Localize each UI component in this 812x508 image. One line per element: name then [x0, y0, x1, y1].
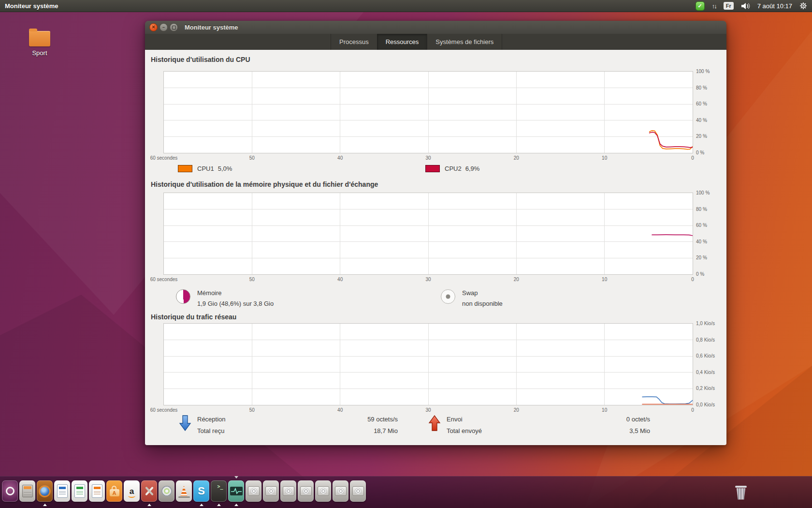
- dock-drive-7-icon[interactable]: [350, 480, 366, 502]
- axis-tick-label: 60 secondes: [150, 155, 178, 161]
- dock-drive-4-icon[interactable]: [298, 480, 314, 502]
- dock-drive-2-icon[interactable]: [263, 480, 279, 502]
- skype-status-icon[interactable]: ✓: [696, 1, 705, 11]
- memory-label: Mémoire: [197, 288, 274, 299]
- axis-tick-label: 0,2 Kio/s: [696, 386, 715, 391]
- network-indicator-icon[interactable]: ↑↓: [712, 2, 716, 10]
- trash-body: [736, 488, 746, 500]
- dock-items: AaS>_: [2, 480, 366, 502]
- volume-icon[interactable]: [741, 2, 750, 10]
- axis-tick-label: 10: [602, 277, 607, 282]
- maximize-button[interactable]: [170, 23, 178, 31]
- dock-system-settings-icon[interactable]: [141, 480, 157, 502]
- axis-tick-label: 20 %: [696, 134, 707, 139]
- skype-s-icon: S: [198, 485, 205, 497]
- tab-ressources[interactable]: Ressources: [377, 34, 427, 50]
- calc-document-icon: [74, 484, 85, 498]
- dock-drive-3-icon[interactable]: [280, 480, 296, 502]
- dock-files-icon[interactable]: [19, 480, 35, 502]
- memory-x-axis: 60 secondes50403020100: [164, 277, 693, 284]
- running-indicator: [200, 502, 203, 506]
- total-sent-value: 3,5 Mio: [629, 425, 650, 437]
- dock-slot-disk-creator: [159, 480, 174, 502]
- dock-dash-icon[interactable]: [2, 480, 18, 502]
- axis-tick-label: 20: [514, 407, 519, 413]
- desktop-icon-label: Sport: [24, 49, 55, 57]
- dock-slot-terminal: >_: [211, 480, 227, 502]
- dock-libreoffice-impress-icon[interactable]: [89, 480, 105, 502]
- dock-drive-5-icon[interactable]: [315, 480, 331, 502]
- hard-drive-icon: [283, 486, 294, 496]
- axis-tick-label: 50: [249, 277, 255, 282]
- network-chart: [163, 323, 693, 405]
- network-section-title: Historique du trafic réseau: [151, 313, 236, 321]
- dock-disk-creator-icon[interactable]: [159, 480, 174, 502]
- dock-slot-drive-5: [315, 480, 331, 502]
- dock-libreoffice-writer-icon[interactable]: [54, 480, 70, 502]
- minimize-button[interactable]: –: [160, 23, 168, 31]
- swap-pie-icon: [441, 289, 455, 304]
- dock-terminal-icon[interactable]: >_: [211, 480, 227, 502]
- dock-slot-libreoffice-impress: [89, 480, 105, 502]
- folder-icon: [29, 31, 50, 46]
- cpu1-label: CPU1: [197, 165, 214, 172]
- dock-vlc-icon[interactable]: [176, 480, 192, 502]
- cpu-legend: CPU1 5,0% CPU2 6,9%: [145, 165, 726, 176]
- trash-lid: [735, 486, 747, 488]
- axis-tick-label: 40: [337, 407, 343, 413]
- axis-tick-label: 0: [691, 155, 694, 161]
- hard-drive-icon: [318, 486, 329, 496]
- axis-tick-label: 40: [337, 155, 343, 161]
- hard-drive-icon: [335, 486, 347, 496]
- axis-tick-label: 60 %: [696, 101, 707, 106]
- dock-amazon-icon[interactable]: a: [124, 480, 140, 502]
- cpu-y-axis: 100 %80 %60 %40 %20 %0 %: [696, 71, 725, 153]
- window-titlebar[interactable]: ✕ – Moniteur système: [145, 21, 726, 34]
- axis-tick-label: 0,4 Kio/s: [696, 369, 715, 374]
- axis-tick-label: 30: [425, 155, 431, 161]
- cpu-chart: [163, 71, 693, 153]
- running-indicator: [234, 502, 238, 506]
- desktop-icon-sport[interactable]: Sport: [24, 28, 55, 57]
- amazon-a-icon: a: [130, 487, 134, 495]
- axis-tick-label: 80 %: [696, 85, 707, 90]
- software-bag-icon: A: [110, 489, 119, 496]
- axis-tick-label: 20 %: [696, 255, 707, 260]
- axis-tick-label: 0,0 Kio/s: [696, 402, 715, 407]
- keyboard-layout-indicator[interactable]: Fr: [724, 2, 734, 10]
- memory-y-axis: 100 %80 %60 %40 %20 %0 %: [696, 193, 725, 275]
- writer-document-icon: [57, 484, 68, 498]
- axis-tick-label: 80 %: [696, 206, 707, 211]
- clock[interactable]: 7 août 10:17: [757, 2, 792, 10]
- dock-libreoffice-calc-icon[interactable]: [72, 480, 87, 502]
- axis-tick-label: 10: [602, 407, 607, 413]
- system-tray: ✓ ↑↓ Fr 7 août 10:17: [696, 1, 807, 11]
- close-button[interactable]: ✕: [149, 23, 158, 31]
- vlc-cone-icon: [179, 485, 189, 497]
- dock-drive-6-icon[interactable]: [333, 480, 348, 502]
- dock-slot-ubuntu-software: A: [106, 480, 122, 502]
- dock-skype-icon[interactable]: S: [193, 480, 209, 502]
- tab-processus[interactable]: Processus: [331, 34, 377, 50]
- axis-tick-label: 50: [249, 407, 255, 413]
- cpu2-label: CPU2: [445, 165, 462, 172]
- download-arrow-icon: [179, 415, 191, 433]
- cpu1-value: 5,0%: [218, 165, 232, 172]
- dock-firefox-icon[interactable]: [37, 480, 53, 502]
- dock-slot-system-monitor: [228, 480, 244, 502]
- focused-indicator: [234, 476, 238, 480]
- swap-legend-item: Swap non disponible: [441, 288, 503, 309]
- trash-icon[interactable]: [733, 482, 749, 503]
- memory-pie-icon: [176, 289, 190, 304]
- dock-slot-firefox: [37, 480, 53, 502]
- swap-value: non disponible: [462, 299, 503, 309]
- dock-ubuntu-software-icon[interactable]: A: [106, 480, 122, 502]
- dock-drive-1-icon[interactable]: [246, 480, 261, 502]
- memory-legend-item: Mémoire 1,9 Gio (48,6%) sur 3,8 Gio: [176, 288, 274, 309]
- tab-systemes-de-fichiers[interactable]: Systèmes de fichiers: [427, 34, 502, 50]
- session-gear-icon[interactable]: [799, 2, 807, 10]
- total-received-label: Total reçu: [197, 425, 224, 437]
- axis-tick-label: 60 secondes: [150, 407, 178, 413]
- reception-rate: 59 octets/s: [367, 414, 398, 425]
- dock-system-monitor-icon[interactable]: [228, 480, 244, 502]
